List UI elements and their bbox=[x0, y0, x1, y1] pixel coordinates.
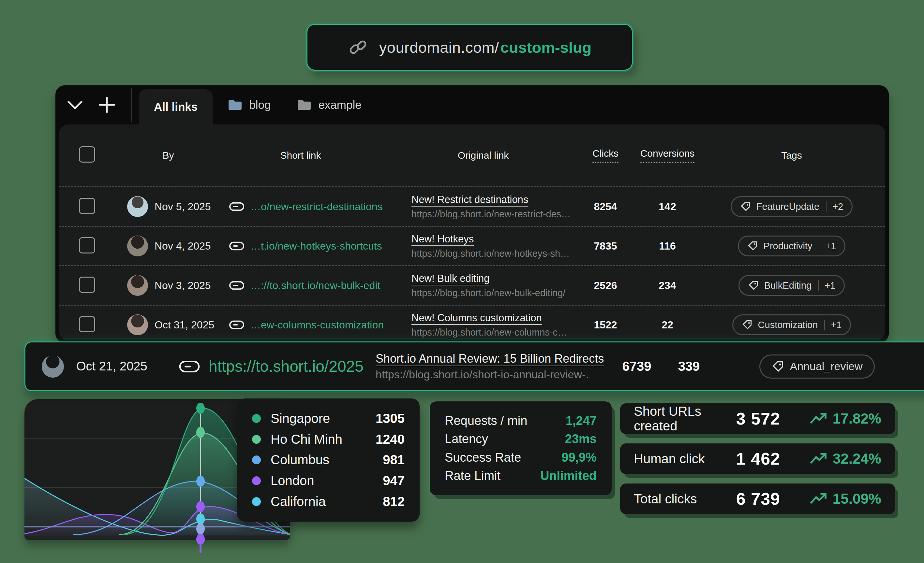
add-tab-button[interactable] bbox=[98, 96, 116, 114]
short-link[interactable]: …ew-columns-customization bbox=[250, 319, 384, 331]
tag-pill[interactable]: Annual_review bbox=[759, 355, 874, 379]
col-header-original-link[interactable]: Original link bbox=[458, 150, 509, 161]
stat-card-human-click: Human click 1 462 32.24% bbox=[620, 443, 895, 474]
short-link[interactable]: https://to.short.io/2025 bbox=[208, 358, 363, 375]
tag-pill[interactable]: FeatureUpdate+2 bbox=[730, 196, 853, 217]
folder-icon bbox=[297, 99, 312, 111]
links-table: By Short link Original link Clicks Conve… bbox=[59, 124, 885, 340]
custom-slug-text: custom-slug bbox=[501, 39, 591, 56]
api-stat-row: Requests / min 1,247 bbox=[445, 414, 597, 428]
api-stat-row: Latency 23ms bbox=[445, 432, 597, 446]
clicks-count: 6739 bbox=[612, 359, 661, 374]
chart-legend: Singapore 1305 Ho Chi Minh 1240 Columbus… bbox=[237, 398, 420, 522]
legend-item[interactable]: Ho Chi Minh 1240 bbox=[252, 432, 405, 447]
col-header-short-link[interactable]: Short link bbox=[280, 150, 321, 161]
tab-divider bbox=[386, 88, 386, 122]
short-link[interactable]: …://to.short.io/new-bulk-edit bbox=[250, 280, 380, 292]
legend-item[interactable]: California 812 bbox=[252, 494, 405, 509]
select-all-checkbox[interactable] bbox=[79, 146, 95, 163]
legend-item[interactable]: Columbus 981 bbox=[252, 452, 405, 467]
table-row[interactable]: Oct 31, 2025 …ew-columns-customization N… bbox=[59, 305, 885, 340]
tab-blog[interactable]: blog bbox=[224, 99, 274, 111]
table-row[interactable]: Nov 3, 2025 …://to.short.io/new-bulk-edi… bbox=[59, 265, 885, 305]
stat-change: 32.24% bbox=[833, 451, 881, 467]
stat-card-short-urls-created: Short URLs created 3 572 17.82% bbox=[620, 403, 895, 434]
link-icon bbox=[229, 201, 244, 212]
featured-link-row[interactable]: Oct 21, 2025 https://to.short.io/2025 Sh… bbox=[24, 341, 924, 391]
links-window: All links blog example By Short link Ori… bbox=[56, 85, 889, 343]
api-stat-row: Success Rate 99,9% bbox=[445, 451, 597, 464]
table-row[interactable]: Nov 5, 2025 …o/new-restrict-destinations… bbox=[59, 186, 885, 226]
legend-dot bbox=[252, 435, 261, 444]
domain-text: yourdomain.com/ bbox=[379, 39, 499, 56]
col-header-by[interactable]: By bbox=[162, 150, 174, 161]
clicks-count: 1522 bbox=[574, 319, 636, 331]
original-link-title[interactable]: New! Restrict destinations bbox=[411, 194, 574, 205]
original-link-title[interactable]: Short.io Annual Review: 15 Billion Redir… bbox=[376, 352, 612, 365]
link-icon bbox=[178, 359, 200, 374]
original-link-title[interactable]: New! Columns customization bbox=[411, 312, 574, 324]
clicks-count: 2526 bbox=[574, 280, 636, 292]
link-icon bbox=[229, 319, 244, 330]
legend-item[interactable]: London 947 bbox=[252, 473, 405, 488]
legend-dot bbox=[252, 455, 261, 464]
page: { "colors": { "background": "#47714e", "… bbox=[0, 0, 924, 563]
clicks-count: 8254 bbox=[574, 201, 636, 213]
conversions-count: 234 bbox=[636, 280, 698, 292]
chain-link-icon bbox=[348, 37, 368, 57]
chevron-down-icon[interactable] bbox=[66, 99, 84, 111]
folder-icon bbox=[228, 99, 243, 111]
legend-item[interactable]: Singapore 1305 bbox=[252, 411, 405, 426]
avatar bbox=[127, 314, 148, 335]
link-icon bbox=[229, 240, 244, 252]
original-link-url: https://blog.short.io/new-columns-c… bbox=[411, 327, 574, 338]
tab-all-links[interactable]: All links bbox=[139, 89, 213, 124]
conversions-count: 22 bbox=[636, 319, 698, 331]
legend-dot bbox=[252, 497, 261, 506]
legend-dot bbox=[252, 476, 261, 485]
trending-up-icon bbox=[810, 492, 828, 506]
crosshair-dot-london bbox=[196, 501, 205, 512]
original-link-url: https://blog.short.io/new-hotkeys-sh… bbox=[411, 248, 574, 259]
tag-pill[interactable]: Productivity+1 bbox=[738, 235, 846, 256]
tag-more-count[interactable]: +1 bbox=[819, 241, 836, 252]
row-checkbox[interactable] bbox=[79, 237, 95, 253]
short-link[interactable]: …t.io/new-hotkeys-shortcuts bbox=[250, 240, 382, 252]
clicks-count: 7835 bbox=[574, 240, 636, 252]
link-icon bbox=[229, 280, 244, 291]
table-row[interactable]: Nov 4, 2025 …t.io/new-hotkeys-shortcuts … bbox=[59, 226, 885, 265]
crosshair-dot-singapore bbox=[196, 403, 205, 414]
crosshair-dot-baseline bbox=[196, 523, 205, 535]
stat-change: 17.82% bbox=[833, 410, 881, 427]
crosshair-dot-california bbox=[196, 514, 205, 524]
col-header-conversions[interactable]: Conversions bbox=[640, 148, 695, 163]
original-link-url: https://blog.short.io/new-bulk-editing/ bbox=[411, 288, 574, 298]
legend-dot bbox=[252, 414, 261, 423]
conversions-count: 116 bbox=[636, 240, 698, 252]
row-checkbox[interactable] bbox=[79, 316, 95, 332]
stat-card-total-clicks: Total clicks 6 739 15.09% bbox=[620, 484, 895, 514]
row-checkbox[interactable] bbox=[79, 277, 95, 293]
table-header-row: By Short link Original link Clicks Conve… bbox=[59, 124, 885, 186]
tag-more-count[interactable]: +1 bbox=[824, 320, 842, 330]
tag-more-count[interactable]: +2 bbox=[826, 201, 843, 212]
row-checkbox[interactable] bbox=[79, 198, 95, 214]
crosshair-dot-columbus bbox=[196, 476, 205, 487]
tag-pill[interactable]: Customization+1 bbox=[732, 314, 851, 335]
conversions-count: 339 bbox=[661, 359, 717, 374]
col-header-tags[interactable]: Tags bbox=[781, 150, 802, 161]
tab-strip: All links blog example bbox=[56, 85, 889, 124]
trending-up-icon bbox=[810, 452, 828, 466]
api-stats-card: Requests / min 1,247 Latency 23ms Succes… bbox=[430, 401, 612, 495]
original-link-title[interactable]: New! Hotkeys bbox=[411, 233, 574, 245]
col-header-clicks[interactable]: Clicks bbox=[592, 148, 618, 163]
custom-domain-pill[interactable]: yourdomain.com/custom-slug bbox=[306, 24, 633, 71]
original-link-title[interactable]: New! Bulk editing bbox=[411, 273, 574, 284]
short-link[interactable]: …o/new-restrict-destinations bbox=[250, 201, 382, 213]
original-link-url: https://blog.short.io/short-io-annual-re… bbox=[376, 368, 612, 381]
tag-more-count[interactable]: +1 bbox=[818, 280, 836, 291]
tag-pill[interactable]: BulkEditing+1 bbox=[738, 275, 845, 296]
avatar bbox=[42, 355, 64, 377]
conversions-count: 142 bbox=[636, 201, 698, 213]
tab-example[interactable]: example bbox=[293, 99, 364, 111]
